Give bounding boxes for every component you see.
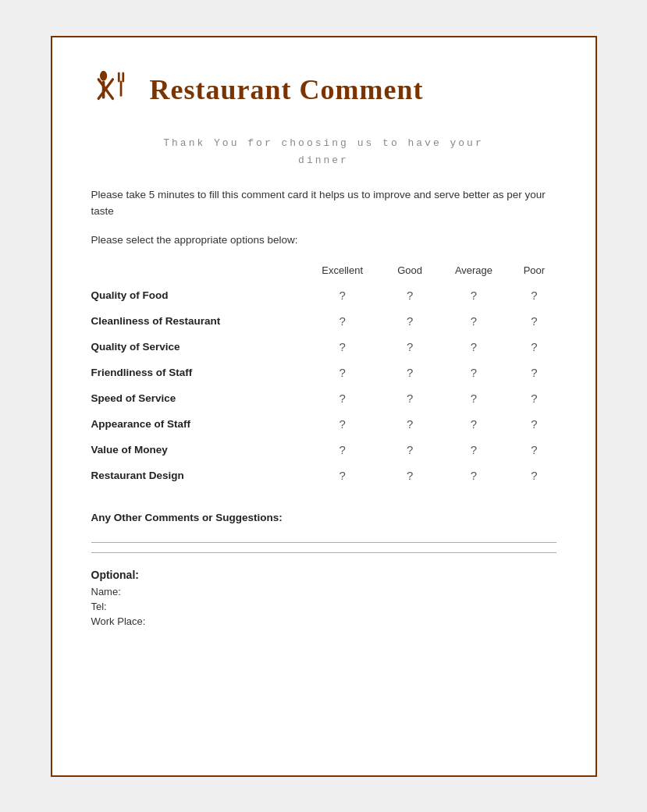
optional-field: Tel:: [91, 601, 556, 612]
rating-cell[interactable]: ?: [512, 334, 556, 360]
rating-cell[interactable]: ?: [512, 360, 556, 385]
table-header-row: Excellent Good Average Poor: [91, 264, 556, 282]
rating-cell[interactable]: ?: [385, 385, 435, 411]
col-header-label: [91, 264, 300, 282]
col-header-good: Good: [385, 264, 435, 282]
rating-cell[interactable]: ?: [435, 385, 513, 411]
comments-section: Any Other Comments or Suggestions:: [91, 512, 556, 553]
rating-cell[interactable]: ?: [385, 437, 435, 463]
subtitle-line2: dinner: [298, 154, 349, 166]
rating-cell[interactable]: ?: [385, 463, 435, 488]
table-row: Restaurant Design????: [91, 463, 556, 488]
rating-cell[interactable]: ?: [435, 411, 513, 437]
table-row: Appearance of Staff????: [91, 411, 556, 437]
comment-card: Restaurant Comment Thank You for choosin…: [51, 36, 597, 777]
svg-rect-5: [122, 72, 124, 82]
table-row: Speed of Service????: [91, 385, 556, 411]
rating-cell[interactable]: ?: [435, 437, 513, 463]
svg-point-0: [100, 70, 107, 80]
optional-section: Optional: Name:Tel:Work Place:: [91, 569, 556, 627]
rating-cell[interactable]: ?: [385, 411, 435, 437]
rating-cell[interactable]: ?: [300, 334, 385, 360]
rating-cell[interactable]: ?: [300, 282, 385, 308]
rating-cell[interactable]: ?: [300, 360, 385, 385]
svg-rect-6: [119, 80, 122, 96]
row-label: Speed of Service: [91, 385, 300, 411]
row-label: Friendliness of Staff: [91, 360, 300, 385]
description-text: Please take 5 minutes to fill this comme…: [91, 186, 556, 220]
table-row: Quality of Food????: [91, 282, 556, 308]
col-header-excellent: Excellent: [300, 264, 385, 282]
subtitle-line1: Thank You for choosing us to have your: [163, 137, 483, 149]
rating-cell[interactable]: ?: [385, 334, 435, 360]
rating-cell[interactable]: ?: [512, 385, 556, 411]
rating-cell[interactable]: ?: [300, 308, 385, 334]
row-label: Quality of Food: [91, 282, 300, 308]
subtitle: Thank You for choosing us to have your d…: [91, 135, 556, 169]
table-row: Value of Money????: [91, 437, 556, 463]
instruction-text: Please select the appropriate options be…: [91, 234, 556, 246]
row-label: Value of Money: [91, 437, 300, 463]
row-label: Cleanliness of Restaurant: [91, 308, 300, 334]
rating-cell[interactable]: ?: [300, 411, 385, 437]
row-label: Restaurant Design: [91, 463, 300, 488]
rating-cell[interactable]: ?: [435, 360, 513, 385]
rating-cell[interactable]: ?: [435, 308, 513, 334]
rating-cell[interactable]: ?: [300, 463, 385, 488]
col-header-average: Average: [435, 264, 513, 282]
table-row: Friendliness of Staff????: [91, 360, 556, 385]
optional-field: Name:: [91, 586, 556, 597]
rating-cell[interactable]: ?: [435, 282, 513, 308]
optional-title: Optional:: [91, 569, 556, 581]
row-label: Quality of Service: [91, 334, 300, 360]
rating-cell[interactable]: ?: [435, 334, 513, 360]
col-header-poor: Poor: [512, 264, 556, 282]
rating-cell[interactable]: ?: [385, 360, 435, 385]
svg-rect-4: [117, 72, 119, 82]
rating-cell[interactable]: ?: [512, 437, 556, 463]
rating-cell[interactable]: ?: [512, 282, 556, 308]
comment-line-1: [91, 542, 556, 543]
page-title: Restaurant Comment: [150, 73, 424, 106]
rating-table: Excellent Good Average Poor Quality of F…: [91, 264, 556, 488]
page-wrapper: Restaurant Comment Thank You for choosin…: [0, 0, 647, 812]
rating-cell[interactable]: ?: [385, 308, 435, 334]
table-row: Cleanliness of Restaurant????: [91, 308, 556, 334]
rating-cell[interactable]: ?: [435, 463, 513, 488]
rating-cell[interactable]: ?: [300, 437, 385, 463]
comment-line-2: [91, 552, 556, 553]
table-row: Quality of Service????: [91, 334, 556, 360]
row-label: Appearance of Staff: [91, 411, 300, 437]
rating-cell[interactable]: ?: [512, 308, 556, 334]
rating-cell[interactable]: ?: [512, 463, 556, 488]
optional-field: Work Place:: [91, 615, 556, 627]
cutlery-icon: [91, 69, 134, 112]
rating-cell[interactable]: ?: [512, 411, 556, 437]
rating-cell[interactable]: ?: [300, 385, 385, 411]
header: Restaurant Comment: [91, 69, 556, 112]
comments-label: Any Other Comments or Suggestions:: [91, 512, 556, 523]
rating-cell[interactable]: ?: [385, 282, 435, 308]
